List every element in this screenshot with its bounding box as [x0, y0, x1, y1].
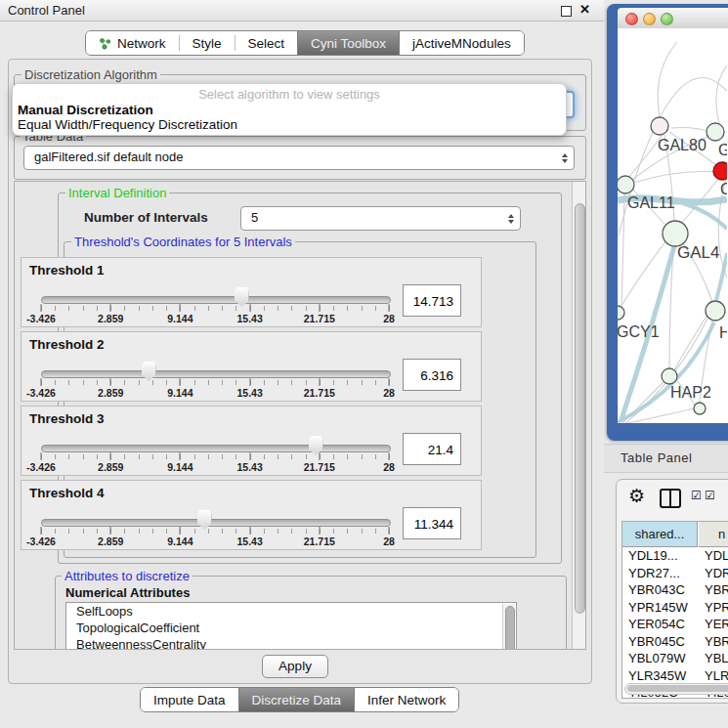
- slider-track[interactable]: [41, 519, 391, 527]
- node-label: C: [720, 181, 727, 197]
- table-row[interactable]: YBR043C YBR0: [622, 582, 728, 600]
- table-row[interactable]: YDL19... YDL1: [622, 548, 728, 566]
- slider-thumb[interactable]: [309, 436, 323, 455]
- tab-cyni-toolbox[interactable]: Cyni Toolbox: [297, 31, 400, 55]
- tick-label: 21.715: [304, 313, 335, 324]
- cell[interactable]: YPR1: [705, 600, 728, 615]
- list-item[interactable]: SelfLoops: [66, 603, 516, 620]
- threshold-1-panel: Threshold 1 -3.426 2.859 9.144 15.43 21.…: [21, 257, 482, 327]
- cell[interactable]: YPR145W: [628, 600, 699, 615]
- list-scrollbar[interactable]: [502, 604, 515, 650]
- node-h[interactable]: [706, 301, 725, 321]
- cell[interactable]: YDL19...: [628, 548, 699, 563]
- threshold-2-label: Threshold 2: [29, 337, 105, 352]
- slider-thumb[interactable]: [142, 362, 156, 381]
- network-view-window[interactable]: GAL80 GA C GAL11 GAL4 GCY1 H HAP2: [607, 4, 728, 441]
- threshold-3-label: Threshold 3: [29, 411, 105, 426]
- bottom-tab-strip: Impute Data Discretize Data Infer Networ…: [140, 687, 459, 712]
- close-window-icon[interactable]: [625, 13, 638, 25]
- threshold-1-value-field[interactable]: 14.713: [403, 284, 461, 317]
- cell[interactable]: YLR3: [705, 668, 728, 683]
- cell[interactable]: YDR2: [705, 566, 728, 580]
- threshold-2-value-field[interactable]: 6.316: [403, 359, 461, 391]
- numerical-attributes-list[interactable]: SelfLoops TopologicalCoefficient Between…: [65, 602, 517, 650]
- algorithm-option-equal-width[interactable]: Equal Width/Frequency Discretization: [16, 117, 563, 132]
- column-header-name[interactable]: n: [699, 522, 728, 547]
- node-small[interactable]: [694, 403, 706, 414]
- slider-thumb[interactable]: [197, 510, 212, 530]
- table-panel: ⚙ ☑ ☑ shared... n YDL19... YDL1 YDR27...…: [616, 479, 728, 704]
- threshold-4-slider[interactable]: -3.426 2.859 9.144 15.43 21.715 28: [41, 510, 389, 547]
- num-intervals-combo[interactable]: 5: [240, 206, 521, 231]
- node-gal11[interactable]: [618, 176, 634, 193]
- table-row[interactable]: YPR145W YPR1: [622, 600, 728, 618]
- node-gal80[interactable]: [651, 117, 668, 135]
- column-header-shared[interactable]: shared...: [622, 522, 698, 547]
- interval-definition-title: Interval Definition: [65, 186, 169, 200]
- tab-discretize-data-label: Discretize Data: [252, 693, 342, 707]
- list-item[interactable]: BetweennessCentrality: [66, 636, 516, 650]
- threshold-4-label: Threshold 4: [29, 486, 105, 500]
- tab-impute-data[interactable]: Impute Data: [141, 688, 238, 711]
- slider-minor-ticks: [41, 380, 390, 385]
- gear-icon[interactable]: ⚙: [628, 485, 645, 507]
- tab-style[interactable]: Style: [180, 31, 235, 55]
- cell[interactable]: YDL1: [705, 548, 728, 563]
- slider-track[interactable]: [41, 445, 391, 452]
- tab-select[interactable]: Select: [236, 31, 298, 55]
- network-window-titlebar[interactable]: [618, 8, 728, 29]
- slider-track[interactable]: [41, 296, 391, 304]
- table-data-combo[interactable]: galFiltered.sif default node: [23, 146, 575, 170]
- node-selected-red[interactable]: [713, 162, 727, 180]
- tick-label: -3.426: [26, 535, 56, 547]
- cell[interactable]: YER0: [705, 617, 728, 631]
- cell[interactable]: YER054C: [628, 617, 699, 631]
- table-row[interactable]: YBL079W YBL0: [622, 651, 728, 668]
- table-row[interactable]: YER054C YER0: [622, 617, 728, 634]
- cell[interactable]: YBR0: [705, 582, 728, 597]
- algorithm-option-manual[interactable]: Manual Discretization: [16, 103, 563, 117]
- tab-network[interactable]: Network: [86, 31, 179, 55]
- cell[interactable]: YDR27...: [628, 566, 699, 580]
- checkbox-icon[interactable]: ☑: [691, 489, 702, 502]
- table-horizontal-scrollbar[interactable]: [624, 683, 728, 695]
- cell[interactable]: YLR345W: [628, 668, 699, 683]
- threshold-4-value-field[interactable]: 11.344: [403, 507, 461, 539]
- threshold-2-slider[interactable]: -3.426 2.859 9.144 15.43 21.715 28: [41, 362, 389, 399]
- scrollbar-thumb[interactable]: [575, 203, 585, 614]
- split-columns-icon[interactable]: [660, 489, 681, 508]
- node-gcy1[interactable]: [618, 306, 624, 320]
- table-row[interactable]: YBR045C YBR0: [622, 634, 728, 652]
- tick-label: 28: [383, 461, 395, 473]
- cell[interactable]: YBR043C: [628, 582, 699, 597]
- node-hap2[interactable]: [662, 368, 677, 384]
- apply-button[interactable]: Apply: [262, 655, 328, 678]
- minimize-window-icon[interactable]: [643, 13, 656, 25]
- node-ga[interactable]: [707, 123, 724, 141]
- table-row[interactable]: YDR27... YDR2: [622, 566, 728, 583]
- float-panel-icon[interactable]: [561, 6, 572, 17]
- thresholds-group-title: Threshold's Coordinates for 5 Intervals: [71, 235, 295, 249]
- list-item[interactable]: TopologicalCoefficient: [66, 620, 516, 636]
- tab-jactivemnodules[interactable]: jActiveMNodules: [400, 31, 524, 55]
- cell[interactable]: YBR0: [705, 634, 728, 649]
- threshold-3-slider[interactable]: -3.426 2.859 9.144 15.43 21.715 28: [41, 436, 389, 473]
- tab-discretize-data[interactable]: Discretize Data: [238, 688, 356, 711]
- threshold-3-value-field[interactable]: 21.4: [403, 433, 461, 465]
- slider-track[interactable]: [41, 370, 391, 378]
- tab-infer-network[interactable]: Infer Network: [355, 688, 458, 711]
- algorithm-dropdown-popup: Select algorithm to view settings Manual…: [12, 83, 567, 136]
- close-panel-icon[interactable]: ✕: [579, 2, 590, 17]
- threshold-1-slider[interactable]: -3.426 2.859 9.144 15.43 21.715 28: [41, 287, 389, 324]
- network-canvas[interactable]: GAL80 GA C GAL11 GAL4 GCY1 H HAP2: [618, 28, 728, 423]
- cell[interactable]: YBL079W: [628, 651, 699, 665]
- tick-label: 21.715: [304, 387, 335, 399]
- tick-label: 15.43: [236, 461, 262, 473]
- checkbox-icon[interactable]: ☑: [705, 489, 715, 502]
- slider-thumb[interactable]: [235, 287, 249, 307]
- settings-vertical-scrollbar[interactable]: [572, 182, 586, 649]
- zoom-window-icon[interactable]: [661, 13, 673, 25]
- cell[interactable]: YBL0: [705, 651, 728, 665]
- cell[interactable]: YBR045C: [628, 634, 699, 649]
- threshold-3-panel: Threshold 3 -3.426 2.859 9.144 15.43 21.…: [21, 406, 482, 476]
